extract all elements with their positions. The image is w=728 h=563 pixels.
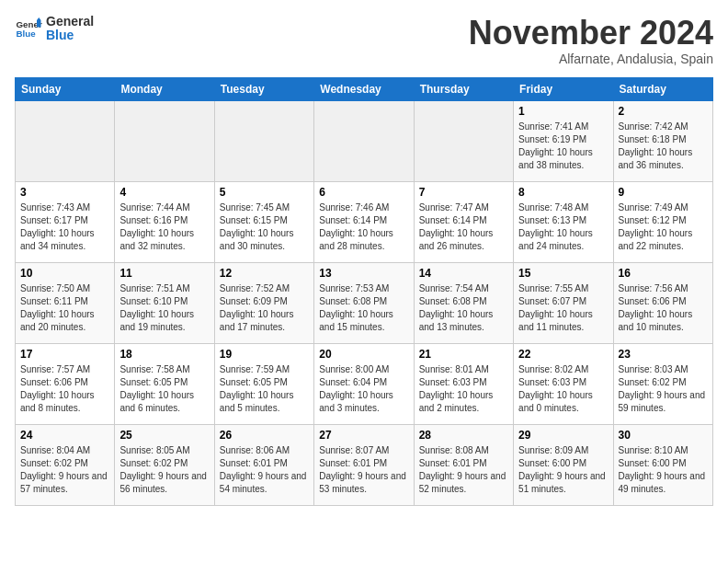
- day-info: Sunrise: 8:02 AM Sunset: 6:03 PM Dayligh…: [518, 363, 608, 415]
- day-number: 27: [319, 429, 408, 442]
- day-info: Sunrise: 8:00 AM Sunset: 6:04 PM Dayligh…: [319, 363, 408, 415]
- day-number: 17: [20, 348, 109, 361]
- weekday-header: Monday: [115, 77, 214, 100]
- day-info: Sunrise: 7:53 AM Sunset: 6:08 PM Dayligh…: [319, 282, 408, 334]
- day-number: 3: [20, 186, 109, 199]
- weekday-header: Thursday: [414, 77, 513, 100]
- calendar-day-cell: 12Sunrise: 7:52 AM Sunset: 6:09 PM Dayli…: [214, 262, 313, 343]
- calendar-day-cell: 30Sunrise: 8:10 AM Sunset: 6:00 PM Dayli…: [613, 424, 712, 505]
- day-info: Sunrise: 8:09 AM Sunset: 6:00 PM Dayligh…: [518, 444, 608, 496]
- calendar-day-cell: 20Sunrise: 8:00 AM Sunset: 6:04 PM Dayli…: [314, 343, 414, 424]
- calendar-day-cell: [16, 100, 115, 181]
- calendar-day-cell: 17Sunrise: 7:57 AM Sunset: 6:06 PM Dayli…: [16, 343, 115, 424]
- calendar-day-cell: 27Sunrise: 8:07 AM Sunset: 6:01 PM Dayli…: [314, 424, 414, 505]
- calendar-day-cell: 14Sunrise: 7:54 AM Sunset: 6:08 PM Dayli…: [414, 262, 513, 343]
- calendar-day-cell: 9Sunrise: 7:49 AM Sunset: 6:12 PM Daylig…: [613, 181, 712, 262]
- day-info: Sunrise: 8:10 AM Sunset: 6:00 PM Dayligh…: [619, 444, 708, 496]
- day-number: 30: [619, 429, 708, 442]
- day-number: 21: [419, 348, 508, 361]
- weekday-header: Saturday: [613, 77, 712, 100]
- calendar-day-cell: [414, 100, 513, 181]
- calendar-header-row: SundayMondayTuesdayWednesdayThursdayFrid…: [16, 77, 713, 100]
- day-info: Sunrise: 8:03 AM Sunset: 6:02 PM Dayligh…: [619, 363, 708, 415]
- day-info: Sunrise: 7:51 AM Sunset: 6:10 PM Dayligh…: [119, 282, 209, 334]
- calendar-day-cell: 15Sunrise: 7:55 AM Sunset: 6:07 PM Dayli…: [514, 262, 613, 343]
- calendar-day-cell: 10Sunrise: 7:50 AM Sunset: 6:11 PM Dayli…: [16, 262, 115, 343]
- day-info: Sunrise: 8:08 AM Sunset: 6:01 PM Dayligh…: [419, 444, 508, 496]
- calendar-day-cell: 18Sunrise: 7:58 AM Sunset: 6:05 PM Dayli…: [115, 343, 214, 424]
- calendar-day-cell: 7Sunrise: 7:47 AM Sunset: 6:14 PM Daylig…: [414, 181, 513, 262]
- calendar-body: 1Sunrise: 7:41 AM Sunset: 6:19 PM Daylig…: [16, 100, 713, 505]
- day-number: 16: [619, 267, 708, 280]
- day-number: 22: [518, 348, 608, 361]
- calendar-day-cell: 19Sunrise: 7:59 AM Sunset: 6:05 PM Dayli…: [214, 343, 313, 424]
- day-number: 4: [119, 186, 209, 199]
- day-info: Sunrise: 7:49 AM Sunset: 6:12 PM Dayligh…: [619, 201, 708, 253]
- day-number: 10: [20, 267, 109, 280]
- day-info: Sunrise: 8:07 AM Sunset: 6:01 PM Dayligh…: [319, 444, 408, 496]
- day-number: 24: [20, 429, 109, 442]
- calendar-table: SundayMondayTuesdayWednesdayThursdayFrid…: [15, 77, 713, 506]
- day-number: 19: [220, 348, 309, 361]
- calendar-week-row: 1Sunrise: 7:41 AM Sunset: 6:19 PM Daylig…: [16, 100, 713, 181]
- calendar-day-cell: 1Sunrise: 7:41 AM Sunset: 6:19 PM Daylig…: [514, 100, 613, 181]
- day-info: Sunrise: 7:45 AM Sunset: 6:15 PM Dayligh…: [220, 201, 309, 253]
- logo-general: General: [46, 15, 94, 29]
- calendar-day-cell: 5Sunrise: 7:45 AM Sunset: 6:15 PM Daylig…: [214, 181, 313, 262]
- svg-text:Blue: Blue: [17, 29, 37, 39]
- day-number: 2: [619, 105, 708, 118]
- calendar-week-row: 17Sunrise: 7:57 AM Sunset: 6:06 PM Dayli…: [16, 343, 713, 424]
- day-number: 11: [119, 267, 209, 280]
- day-number: 1: [518, 105, 608, 118]
- location-subtitle: Alfarnate, Andalusia, Spain: [469, 52, 713, 66]
- day-info: Sunrise: 7:58 AM Sunset: 6:05 PM Dayligh…: [119, 363, 209, 415]
- logo: General Blue General Blue: [15, 15, 94, 43]
- day-number: 26: [220, 429, 309, 442]
- calendar-week-row: 24Sunrise: 8:04 AM Sunset: 6:02 PM Dayli…: [16, 424, 713, 505]
- logo-icon: General Blue: [15, 15, 42, 42]
- day-info: Sunrise: 7:50 AM Sunset: 6:11 PM Dayligh…: [20, 282, 109, 334]
- day-info: Sunrise: 7:56 AM Sunset: 6:06 PM Dayligh…: [619, 282, 708, 334]
- calendar-day-cell: 6Sunrise: 7:46 AM Sunset: 6:14 PM Daylig…: [314, 181, 414, 262]
- day-info: Sunrise: 7:54 AM Sunset: 6:08 PM Dayligh…: [419, 282, 508, 334]
- calendar-day-cell: [115, 100, 214, 181]
- day-number: 6: [319, 186, 408, 199]
- day-number: 13: [319, 267, 408, 280]
- weekday-header: Wednesday: [314, 77, 414, 100]
- svg-marker-2: [37, 20, 41, 28]
- month-title: November 2024: [469, 15, 713, 52]
- calendar-day-cell: 11Sunrise: 7:51 AM Sunset: 6:10 PM Dayli…: [115, 262, 214, 343]
- day-number: 18: [119, 348, 209, 361]
- calendar-day-cell: 26Sunrise: 8:06 AM Sunset: 6:01 PM Dayli…: [214, 424, 313, 505]
- day-info: Sunrise: 7:48 AM Sunset: 6:13 PM Dayligh…: [518, 201, 608, 253]
- calendar-day-cell: 28Sunrise: 8:08 AM Sunset: 6:01 PM Dayli…: [414, 424, 513, 505]
- day-info: Sunrise: 7:59 AM Sunset: 6:05 PM Dayligh…: [220, 363, 309, 415]
- calendar-day-cell: 2Sunrise: 7:42 AM Sunset: 6:18 PM Daylig…: [613, 100, 712, 181]
- day-info: Sunrise: 7:44 AM Sunset: 6:16 PM Dayligh…: [119, 201, 209, 253]
- day-info: Sunrise: 8:01 AM Sunset: 6:03 PM Dayligh…: [419, 363, 508, 415]
- page-header: General Blue General Blue November 2024 …: [15, 15, 713, 66]
- day-number: 14: [419, 267, 508, 280]
- calendar-day-cell: [214, 100, 313, 181]
- day-info: Sunrise: 8:05 AM Sunset: 6:02 PM Dayligh…: [119, 444, 209, 496]
- calendar-day-cell: 4Sunrise: 7:44 AM Sunset: 6:16 PM Daylig…: [115, 181, 214, 262]
- calendar-week-row: 10Sunrise: 7:50 AM Sunset: 6:11 PM Dayli…: [16, 262, 713, 343]
- day-info: Sunrise: 7:43 AM Sunset: 6:17 PM Dayligh…: [20, 201, 109, 253]
- day-number: 29: [518, 429, 608, 442]
- day-info: Sunrise: 7:47 AM Sunset: 6:14 PM Dayligh…: [419, 201, 508, 253]
- weekday-header: Sunday: [16, 77, 115, 100]
- calendar-day-cell: 16Sunrise: 7:56 AM Sunset: 6:06 PM Dayli…: [613, 262, 712, 343]
- day-number: 9: [619, 186, 708, 199]
- day-number: 25: [119, 429, 209, 442]
- day-info: Sunrise: 8:04 AM Sunset: 6:02 PM Dayligh…: [20, 444, 109, 496]
- calendar-day-cell: 21Sunrise: 8:01 AM Sunset: 6:03 PM Dayli…: [414, 343, 513, 424]
- day-number: 28: [419, 429, 508, 442]
- day-number: 20: [319, 348, 408, 361]
- title-block: November 2024 Alfarnate, Andalusia, Spai…: [469, 15, 713, 66]
- day-number: 15: [518, 267, 608, 280]
- day-info: Sunrise: 7:41 AM Sunset: 6:19 PM Dayligh…: [518, 121, 608, 172]
- weekday-header: Tuesday: [214, 77, 313, 100]
- day-number: 12: [220, 267, 309, 280]
- calendar-day-cell: [314, 100, 414, 181]
- calendar-week-row: 3Sunrise: 7:43 AM Sunset: 6:17 PM Daylig…: [16, 181, 713, 262]
